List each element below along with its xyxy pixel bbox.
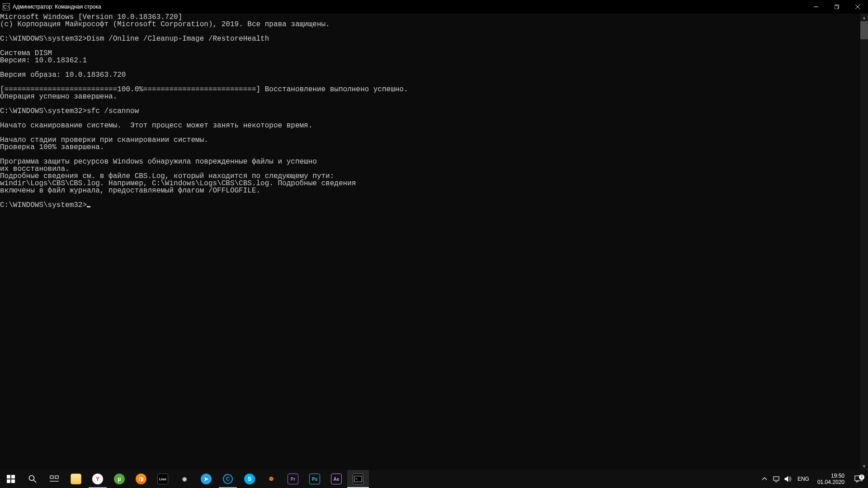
terminal-line: Начато сканирование системы. Этот процес… [0,122,868,129]
close-button[interactable] [847,0,868,14]
svg-rect-11 [55,476,58,479]
terminal-line [0,42,868,50]
terminal-line: (c) Корпорация Майкрософт (Microsoft Cor… [0,21,868,28]
tray-time: 19:50 [817,473,844,479]
terminal-line: Версия: 10.0.18362.1 [0,57,868,64]
close-icon [855,5,860,9]
terminal-output[interactable]: Microsoft Windows [Version 10.0.18363.72… [0,14,868,470]
svg-text:>_: >_ [355,477,359,480]
terminal-line: Начало стадии проверки при сканировании … [0,136,868,144]
taskbar-ableton-live[interactable]: Live [152,470,174,488]
svg-rect-6 [7,479,10,483]
tray-language-button[interactable]: ENG [796,476,811,482]
terminal-line [0,115,868,122]
terminal-prompt: C:\WINDOWS\system32> [0,201,87,209]
taskbar-blender[interactable]: ❁ [260,470,282,488]
daemon-tools-icon: ◑ [136,474,146,484]
terminal-line: C:\WINDOWS\system32>Dism /Online /Cleanu… [0,35,868,42]
taskbar: Y µ ◑ Live ◉ ➤ C S ❁ Pr Ps Ae >_ [0,470,868,488]
taskbar-cmd[interactable]: >_ [347,470,369,488]
window-title: Администратор: Командная строка [13,4,101,10]
file-explorer-icon [71,474,81,484]
scrollbar-thumb[interactable] [860,21,868,39]
window-titlebar[interactable]: C:\ Администратор: Командная строка [0,0,868,14]
taskbar-utorrent[interactable]: µ [108,470,130,488]
terminal-line: [==========================100.0%=======… [0,86,868,93]
terminal-cursor [87,206,90,207]
terminal-line: Операция успешно завершена. [0,93,868,100]
cmd-window-icon: C:\ [3,3,10,10]
svg-line-9 [33,480,36,483]
photoshop-icon: Ps [309,474,320,484]
svg-rect-4 [7,475,10,479]
svg-rect-15 [774,477,779,480]
terminal-line [0,28,868,35]
telegram-icon: ➤ [201,474,212,484]
search-icon [28,475,37,483]
windows-logo-icon [7,475,15,483]
taskbar-steam[interactable]: ◉ [174,470,195,488]
tray-volume-button[interactable] [784,470,792,488]
taskbar-yandex-browser[interactable]: Y [87,470,108,488]
minimize-icon [814,5,818,9]
taskbar-daemon-tools[interactable]: ◑ [130,470,152,488]
tray-network-button[interactable] [772,470,780,488]
terminal-line: Версия образа: 10.0.18363.720 [0,71,868,79]
taskbar-skype[interactable]: S [239,470,260,488]
terminal-line [0,151,868,158]
terminal-line: C:\WINDOWS\system32>sfc /scannow [0,108,868,115]
after-effects-icon: Ae [331,474,342,484]
taskbar-app-circle[interactable]: C [217,470,239,488]
svg-rect-5 [11,475,15,479]
premiere-icon: Pr [288,474,298,484]
taskbar-file-explorer[interactable] [65,470,87,488]
terminal-line: Cистема DISM [0,50,868,57]
terminal-line: Microsoft Windows [Version 10.0.18363.72… [0,14,868,21]
terminal-line: включены в файл журнала, предоставляемый… [0,187,868,194]
circle-app-icon: C [223,474,233,484]
tray-action-center-button[interactable]: 2 [851,475,866,483]
svg-rect-7 [11,479,15,483]
svg-rect-1 [835,5,838,9]
terminal-line [0,194,868,202]
task-view-icon [50,475,59,483]
scrollbar-down-arrow[interactable]: ▼ [860,462,868,470]
maximize-button[interactable] [826,0,847,14]
network-icon [773,476,780,482]
tray-clock[interactable]: 19:50 01.04.2020 [815,473,847,485]
utorrent-icon: µ [114,474,125,484]
restore-icon [835,5,839,9]
terminal-line: их восстановила. [0,165,868,173]
skype-icon: S [244,474,255,484]
steam-icon: ◉ [179,474,190,484]
taskbar-premiere[interactable]: Pr [282,470,304,488]
taskbar-after-effects[interactable]: Ae [326,470,347,488]
cmd-icon: >_ [353,474,363,484]
volume-icon [784,476,792,482]
scrollbar-up-arrow[interactable]: ▲ [860,14,868,21]
terminal-line: Подробные сведения см. в файле CBS.Log, … [0,173,868,180]
terminal-line [0,100,868,108]
task-view-button[interactable] [43,470,65,488]
system-tray: ENG 19:50 01.04.2020 2 [759,470,868,488]
terminal-prompt-line[interactable]: C:\WINDOWS\system32> [0,202,868,209]
svg-marker-17 [785,476,788,482]
svg-point-8 [29,476,34,481]
blender-icon: ❁ [266,474,277,484]
terminal-line [0,79,868,86]
taskbar-telegram[interactable]: ➤ [195,470,217,488]
terminal-scrollbar[interactable]: ▲ ▼ [860,14,868,470]
svg-rect-10 [50,476,53,479]
minimize-button[interactable] [806,0,826,14]
tray-date: 01.04.2020 [817,479,844,485]
taskbar-photoshop[interactable]: Ps [304,470,326,488]
terminal-line: Программа защиты ресурсов Windows обнару… [0,158,868,165]
chevron-up-icon [762,476,767,482]
search-button[interactable] [22,470,43,488]
terminal-line [0,129,868,136]
ableton-icon: Live [157,474,168,484]
notification-count-badge: 2 [859,474,864,480]
start-button[interactable] [0,470,22,488]
tray-overflow-button[interactable] [760,470,769,488]
yandex-icon: Y [92,474,103,484]
